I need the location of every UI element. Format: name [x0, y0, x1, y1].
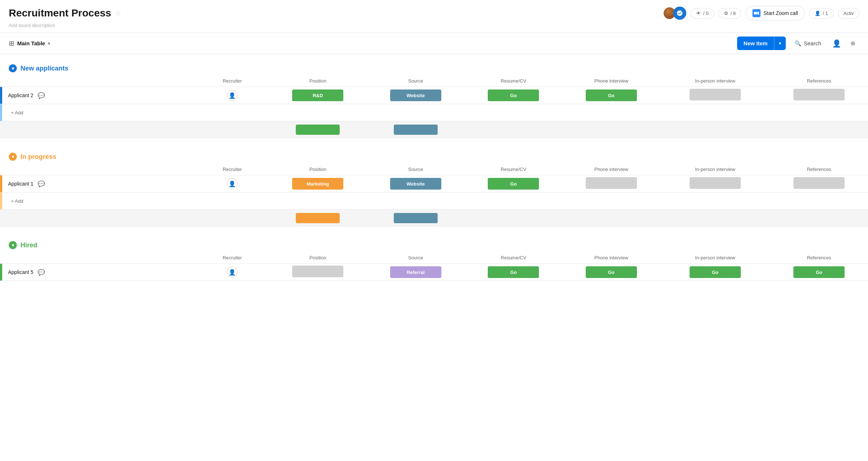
row-color-bar-light	[0, 104, 2, 121]
col-header-source: Source	[367, 252, 464, 264]
applicant5-resume[interactable]: Go	[465, 264, 562, 281]
applicant5-position[interactable]	[269, 264, 367, 281]
applicant2-source[interactable]: Website	[367, 87, 464, 104]
col-header-inperson: In-person interview	[660, 164, 770, 175]
add-row-label[interactable]: + Add	[5, 198, 23, 204]
profile-button[interactable]: 👤	[830, 37, 843, 50]
search-button[interactable]: 🔍 Search	[789, 37, 827, 50]
source-badge: Referral	[390, 266, 441, 278]
applicant1-source[interactable]: Website	[367, 175, 464, 193]
hired-header-row: Recruiter Position Source Resume/CV Phon…	[0, 252, 868, 264]
comment-icon[interactable]: 💬	[38, 180, 45, 187]
star-icon[interactable]: ☆	[115, 9, 121, 18]
table-label: Main Table	[17, 40, 45, 46]
col-header-inperson: In-person interview	[660, 75, 770, 87]
applicant1-resume[interactable]: Go	[465, 175, 562, 193]
comment-icon[interactable]: 💬	[38, 92, 45, 99]
table-row: Applicant 2 💬 👤 R&D Website Go	[0, 87, 868, 104]
add-cell[interactable]: + Add	[0, 193, 868, 210]
applicant2-resume[interactable]: Go	[465, 87, 562, 104]
activity-pill[interactable]: Activ	[838, 8, 859, 19]
table-selector[interactable]: ⊞ Main Table ▾	[9, 39, 50, 47]
applicant2-phone[interactable]: Go	[562, 87, 660, 104]
row-color-bar	[0, 175, 2, 192]
row-color-bar	[0, 87, 2, 104]
references-badge: Go	[793, 266, 845, 278]
avatar-count-pill[interactable]: 👤 / 1	[809, 8, 833, 19]
col-header-recruiter: Recruiter	[196, 164, 269, 175]
group-hired-header: ▾ Hired	[0, 238, 868, 252]
col-header-resume: Resume/CV	[465, 75, 562, 87]
avatar-count: / 1	[823, 11, 828, 16]
applicant2-name-cell: Applicant 2 💬	[0, 87, 196, 104]
phone-badge	[586, 177, 637, 189]
group-new-applicants-table: Recruiter Position Source Resume/CV Phon…	[0, 75, 868, 138]
applicant2-recruiter: 👤	[196, 87, 269, 104]
group-new-applicants-header: ▾ New applicants	[0, 61, 868, 75]
applicant5-source[interactable]: Referral	[367, 264, 464, 281]
col-header-name	[0, 75, 196, 87]
source-badge: Website	[390, 89, 441, 101]
col-header-position: Position	[269, 75, 367, 87]
resume-badge: Go	[488, 89, 539, 101]
people-icon: ⚙	[724, 11, 728, 16]
search-label: Search	[804, 40, 821, 46]
applicant5-inperson[interactable]: Go	[660, 264, 770, 281]
group-new-applicants-title: New applicants	[20, 65, 68, 72]
applicant2-name: Applicant 2	[5, 92, 33, 98]
applicant5-name-cell: Applicant 5 💬	[0, 264, 196, 281]
inperson-badge: Go	[690, 266, 741, 278]
recruiter-avatar[interactable]: 👤	[227, 178, 238, 189]
applicant1-phone[interactable]	[562, 175, 660, 193]
zoom-button[interactable]: Start Zoom call	[746, 6, 805, 20]
col-header-position: Position	[269, 164, 367, 175]
col-header-phone: Phone interview	[562, 164, 660, 175]
recruiter-avatar[interactable]: 👤	[227, 267, 238, 278]
profile-icon: 👤	[832, 39, 841, 48]
board-description[interactable]: Add board description	[9, 23, 859, 33]
people-count-pill[interactable]: ⚙ / 8	[718, 8, 741, 19]
zoom-icon	[752, 9, 761, 17]
group-hired-toggle[interactable]: ▾	[9, 241, 17, 249]
summary-position-badge	[296, 213, 340, 223]
applicant2-references[interactable]	[770, 87, 868, 104]
toolbar-actions: New Item ▾ 🔍 Search 👤 ⊕	[737, 37, 859, 50]
add-row-new-applicants[interactable]: + Add	[0, 104, 868, 121]
col-header-source: Source	[367, 75, 464, 87]
position-badge	[292, 266, 343, 277]
col-header-resume: Resume/CV	[465, 252, 562, 264]
settings-icon: ⊕	[850, 40, 855, 47]
summary-source-badge	[394, 213, 438, 223]
comment-icon[interactable]: 💬	[38, 269, 45, 276]
add-row-in-progress[interactable]: + Add	[0, 193, 868, 210]
eye-icon: 👁	[696, 11, 701, 16]
eye-count-pill[interactable]: 👁 / 0	[691, 8, 714, 19]
applicant1-position[interactable]: Marketing	[269, 175, 367, 193]
settings-button[interactable]: ⊕	[846, 37, 859, 50]
applicant1-references[interactable]	[770, 175, 868, 193]
add-row-label[interactable]: + Add	[5, 110, 23, 115]
applicant2-inperson[interactable]	[660, 87, 770, 104]
group-new-applicants-toggle[interactable]: ▾	[9, 64, 17, 72]
applicant1-inperson[interactable]	[660, 175, 770, 193]
group-in-progress-table: Recruiter Position Source Resume/CV Phon…	[0, 164, 868, 226]
svg-rect-0	[754, 12, 757, 15]
applicant5-name: Applicant 5	[5, 269, 33, 275]
add-cell[interactable]: + Add	[0, 104, 868, 121]
group-in-progress-toggle[interactable]: ▾	[9, 153, 17, 161]
people-count: / 8	[731, 11, 736, 16]
inperson-badge	[690, 177, 741, 189]
summary-row-in-progress	[0, 210, 868, 226]
col-header-source: Source	[367, 164, 464, 175]
applicant5-references[interactable]: Go	[770, 264, 868, 281]
applicant2-position[interactable]: R&D	[269, 87, 367, 104]
applicant5-phone[interactable]: Go	[562, 264, 660, 281]
col-header-position: Position	[269, 252, 367, 264]
activity-label: Activ	[844, 11, 854, 16]
col-header-phone: Phone interview	[562, 252, 660, 264]
board-title: Recruitment Process	[9, 7, 111, 19]
new-item-button[interactable]: New Item ▾	[737, 37, 786, 50]
recruiter-avatar[interactable]: 👤	[227, 90, 238, 101]
new-item-arrow-icon[interactable]: ▾	[774, 37, 786, 50]
summary-position	[269, 210, 367, 226]
